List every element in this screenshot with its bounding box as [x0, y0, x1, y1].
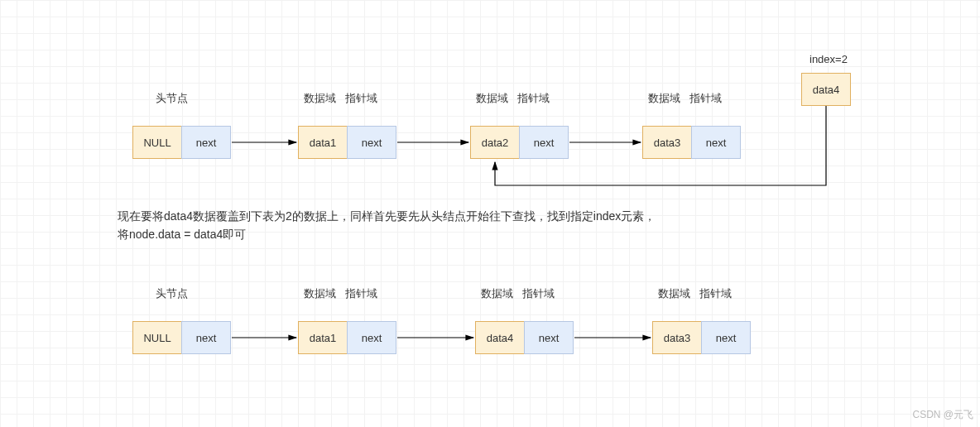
- diagram-canvas: 头节点 NULL next 数据域 指针域 data1 next 数据域 指针域…: [0, 0, 980, 427]
- label-fields-2b: 数据域 指针域: [481, 286, 555, 301]
- watermark: CSDN @元飞: [912, 408, 973, 422]
- cell-next: next: [524, 321, 574, 354]
- cell-data: data1: [298, 126, 348, 159]
- node-r2-0: NULL next: [132, 321, 231, 354]
- cell-next: next: [181, 321, 231, 354]
- cell-data: NULL: [132, 321, 182, 354]
- cell-data: data1: [298, 321, 348, 354]
- node-r2-2: data4 next: [475, 321, 574, 354]
- label-head-2: 头节点: [156, 286, 188, 301]
- node-r1-1: data1 next: [298, 126, 396, 159]
- node-r1-2: data2 next: [470, 126, 569, 159]
- node-r2-1: data1 next: [298, 321, 396, 354]
- label-fields-1c: 数据域 指针域: [648, 91, 722, 106]
- description-text: 现在要将data4数据覆盖到下表为2的数据上，同样首先要先从头结点开始往下查找，…: [118, 207, 656, 244]
- node-r1-0: NULL next: [132, 126, 231, 159]
- cell-next: next: [701, 321, 751, 354]
- label-fields-2a: 数据域 指针域: [304, 286, 377, 301]
- cell-next: next: [181, 126, 231, 159]
- cell-data: data2: [470, 126, 520, 159]
- node-r1-3: data3 next: [642, 126, 741, 159]
- node-new-data: data4: [801, 73, 851, 106]
- cell-next: next: [347, 126, 396, 159]
- cell-next: next: [691, 126, 741, 159]
- node-r2-3: data3 next: [652, 321, 751, 354]
- cell-next: next: [347, 321, 396, 354]
- label-fields-1a: 数据域 指针域: [304, 91, 377, 106]
- cell-data: data3: [642, 126, 692, 159]
- label-fields-2c: 数据域 指针域: [658, 286, 732, 301]
- cell-data: data3: [652, 321, 702, 354]
- cell-data: data4: [475, 321, 525, 354]
- label-fields-1b: 数据域 指针域: [476, 91, 550, 106]
- label-head-1: 头节点: [156, 91, 188, 106]
- label-index: index=2: [809, 53, 848, 65]
- cell-next: next: [519, 126, 569, 159]
- cell-data: NULL: [132, 126, 182, 159]
